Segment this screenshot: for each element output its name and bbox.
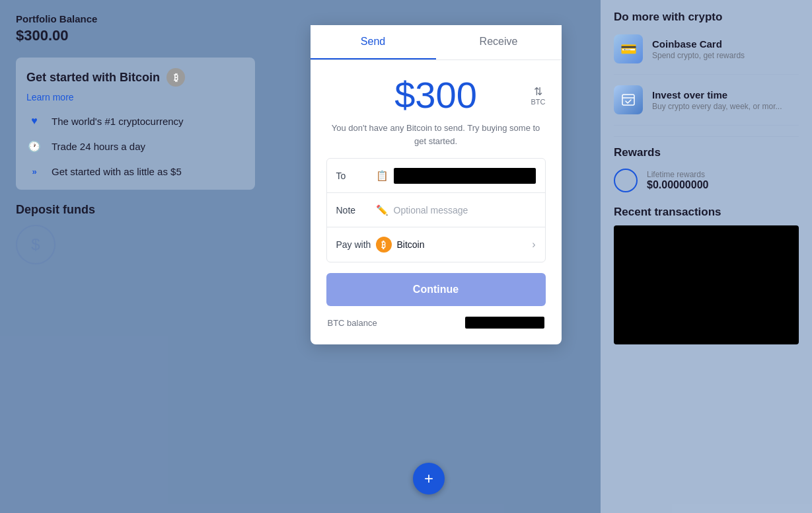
lifetime-rewards-amount: $0.00000000 (647, 179, 708, 191)
divider (614, 136, 799, 137)
clock-icon: 🕐 (26, 138, 42, 154)
recent-transactions-title: Recent transactions (614, 206, 799, 219)
modal-tabs: Send Receive (311, 25, 562, 60)
note-input[interactable]: Optional message (394, 205, 468, 216)
feature-text-2: Trade 24 hours a day (52, 141, 145, 152)
get-started-section: Get started with Bitcoin ₿ Learn more ♥ … (16, 58, 255, 190)
pay-with-label: Pay with (336, 239, 376, 250)
modal-body: $300 ⇅ BTC You don't have any Bitcoin to… (311, 60, 562, 344)
tab-send[interactable]: Send (311, 25, 436, 59)
rewards-title: Rewards (614, 146, 799, 159)
promo-coinbase-card[interactable]: 💳 Coinbase Card Spend crypto, get reward… (614, 34, 799, 75)
currency-toggle-label: BTC (531, 97, 546, 105)
note-label: Note (336, 205, 376, 216)
calendar-check-icon (620, 92, 636, 108)
feature-item-3: » Get started with as little as $5 (26, 163, 244, 179)
invest-desc: Buy crypto every day, week, or mor... (652, 102, 782, 111)
feature-text-1: The world's #1 cryptocurrency (52, 116, 184, 127)
invest-title: Invest over time (652, 89, 782, 100)
invest-icon (614, 85, 643, 114)
toggle-arrows-icon: ⇅ (534, 85, 542, 97)
svg-rect-0 (622, 95, 634, 105)
bitcoin-icon: ₿ (166, 68, 185, 87)
rewards-row: Lifetime rewards $0.00000000 (614, 169, 799, 192)
chevron-right-icon: › (532, 239, 535, 251)
rewards-circle-icon (614, 169, 638, 192)
deposit-funds-label: Deposit funds (16, 203, 255, 217)
btc-balance-row: BTC balance (326, 317, 546, 329)
do-more-title: Do more with crypto (614, 11, 799, 24)
btc-balance-label: BTC balance (328, 318, 377, 328)
right-panel: Do more with crypto 💳 Coinbase Card Spen… (601, 0, 812, 513)
feature-text-3: Get started with as little as $5 (52, 166, 182, 177)
currency-toggle[interactable]: ⇅ BTC (531, 85, 546, 105)
coinbase-card-title: Coinbase Card (652, 38, 745, 50)
pencil-icon: ✏️ (376, 204, 388, 216)
modal-area: Send Receive $300 ⇅ BTC You don't have a… (271, 0, 601, 513)
pay-with-field[interactable]: Pay with ₿ Bitcoin › (327, 227, 545, 262)
to-input[interactable] (394, 168, 536, 184)
pay-with-content: ₿ Bitcoin › (376, 237, 536, 253)
left-panel: Portfolio Balance $300.00 Get started wi… (0, 0, 271, 513)
to-field: To 📋 (327, 159, 545, 193)
btc-balance-value (465, 317, 544, 329)
get-started-header: Get started with Bitcoin ₿ (26, 68, 244, 87)
feature-item-1: ♥ The world's #1 cryptocurrency (26, 113, 244, 129)
learn-more-link[interactable]: Learn more (26, 92, 244, 102)
continue-button[interactable]: Continue (326, 273, 546, 306)
bitcoin-logo-icon: ₿ (376, 237, 392, 253)
form-fields: To 📋 Note ✏️ Optional message Pay with (326, 158, 546, 262)
address-book-icon: 📋 (376, 170, 388, 182)
deposit-icon[interactable]: $ (16, 225, 55, 264)
pay-with-currency: Bitcoin (397, 239, 527, 250)
amount-value: $300 (394, 74, 477, 116)
coinbase-card-icon: 💳 (614, 34, 643, 63)
rewards-info: Lifetime rewards $0.00000000 (647, 170, 708, 191)
note-field: Note ✏️ Optional message (327, 193, 545, 227)
feature-item-2: 🕐 Trade 24 hours a day (26, 138, 244, 154)
promo-invest-over-time[interactable]: Invest over time Buy crypto every day, w… (614, 85, 799, 126)
chevron-double-icon: » (26, 163, 42, 179)
send-receive-modal: Send Receive $300 ⇅ BTC You don't have a… (311, 25, 562, 344)
heart-icon: ♥ (26, 113, 42, 129)
no-bitcoin-message: You don't have any Bitcoin to send. Try … (326, 122, 546, 147)
lifetime-rewards-label: Lifetime rewards (647, 170, 708, 179)
amount-display: $300 ⇅ BTC (326, 73, 546, 116)
promo-invest-info: Invest over time Buy crypto every day, w… (652, 89, 782, 111)
get-started-title: Get started with Bitcoin (26, 71, 160, 85)
floating-add-button[interactable]: + (413, 463, 445, 494)
portfolio-balance-amount: $300.00 (16, 27, 255, 44)
tab-receive[interactable]: Receive (436, 25, 562, 59)
to-label: To (336, 171, 376, 181)
recent-transactions-content (614, 225, 799, 344)
promo-coinbase-card-info: Coinbase Card Spend crypto, get rewards (652, 38, 745, 60)
portfolio-balance-label: Portfolio Balance (16, 13, 255, 24)
coinbase-card-desc: Spend crypto, get rewards (652, 51, 745, 60)
feature-list: ♥ The world's #1 cryptocurrency 🕐 Trade … (26, 113, 244, 179)
